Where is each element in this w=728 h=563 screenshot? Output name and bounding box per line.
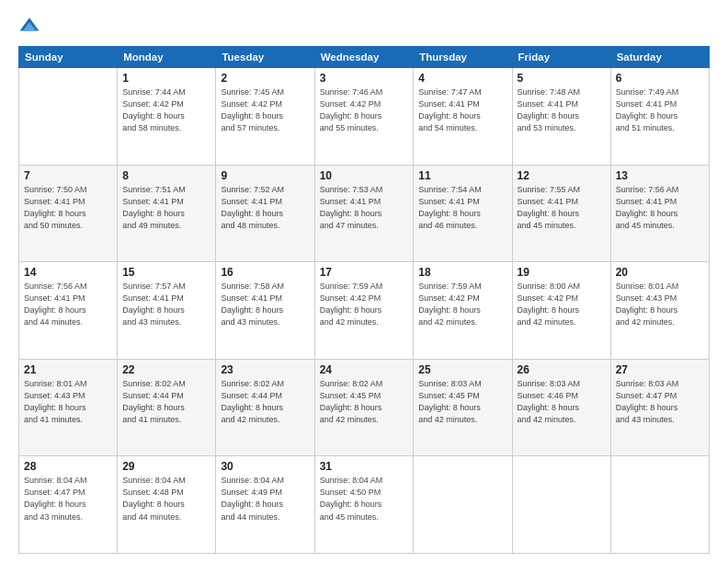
day-number: 14 <box>24 266 112 279</box>
day-cell: 31Sunrise: 8:04 AM Sunset: 4:50 PM Dayli… <box>314 456 414 554</box>
day-cell <box>512 456 610 554</box>
day-info: Sunrise: 7:58 AM Sunset: 4:41 PM Dayligh… <box>221 281 309 328</box>
day-header-wednesday: Wednesday <box>314 47 414 68</box>
day-number: 20 <box>616 266 704 279</box>
day-number: 19 <box>518 266 606 279</box>
week-row-4: 21Sunrise: 8:01 AM Sunset: 4:43 PM Dayli… <box>19 359 710 456</box>
logo <box>18 15 44 37</box>
day-number: 15 <box>122 266 210 279</box>
day-info: Sunrise: 7:44 AM Sunset: 4:42 PM Dayligh… <box>122 86 210 134</box>
day-number: 6 <box>616 72 704 85</box>
day-cell <box>610 456 709 554</box>
day-cell: 23Sunrise: 8:02 AM Sunset: 4:44 PM Dayli… <box>216 359 314 456</box>
day-cell: 28Sunrise: 8:04 AM Sunset: 4:47 PM Dayli… <box>19 456 118 554</box>
day-number: 23 <box>221 363 309 376</box>
day-cell: 26Sunrise: 8:03 AM Sunset: 4:46 PM Dayli… <box>512 359 610 456</box>
day-header-thursday: Thursday <box>414 47 512 68</box>
day-number: 29 <box>122 460 210 473</box>
day-info: Sunrise: 8:03 AM Sunset: 4:46 PM Dayligh… <box>518 378 606 426</box>
day-cell: 21Sunrise: 8:01 AM Sunset: 4:43 PM Dayli… <box>19 359 118 456</box>
day-header-tuesday: Tuesday <box>216 47 314 68</box>
day-info: Sunrise: 7:48 AM Sunset: 4:41 PM Dayligh… <box>518 86 606 134</box>
day-info: Sunrise: 7:59 AM Sunset: 4:42 PM Dayligh… <box>320 281 409 328</box>
day-info: Sunrise: 8:01 AM Sunset: 4:43 PM Dayligh… <box>616 281 704 328</box>
day-cell <box>19 68 118 166</box>
day-info: Sunrise: 8:02 AM Sunset: 4:44 PM Dayligh… <box>221 378 309 426</box>
day-number: 5 <box>518 72 606 85</box>
day-info: Sunrise: 8:04 AM Sunset: 4:47 PM Dayligh… <box>24 475 112 523</box>
day-number: 16 <box>221 266 309 279</box>
day-info: Sunrise: 7:46 AM Sunset: 4:42 PM Dayligh… <box>320 86 409 134</box>
day-number: 22 <box>122 363 210 376</box>
calendar-header: SundayMondayTuesdayWednesdayThursdayFrid… <box>19 47 710 68</box>
day-info: Sunrise: 8:04 AM Sunset: 4:49 PM Dayligh… <box>221 475 309 523</box>
day-cell: 15Sunrise: 7:57 AM Sunset: 4:41 PM Dayli… <box>118 262 216 360</box>
day-info: Sunrise: 8:04 AM Sunset: 4:50 PM Dayligh… <box>320 475 409 523</box>
day-cell: 27Sunrise: 8:03 AM Sunset: 4:47 PM Dayli… <box>610 359 709 456</box>
day-cell: 4Sunrise: 7:47 AM Sunset: 4:41 PM Daylig… <box>414 68 512 166</box>
day-cell: 20Sunrise: 8:01 AM Sunset: 4:43 PM Dayli… <box>610 262 709 360</box>
day-number: 4 <box>418 72 506 85</box>
day-info: Sunrise: 7:56 AM Sunset: 4:41 PM Dayligh… <box>616 184 704 232</box>
day-number: 12 <box>518 169 606 182</box>
day-info: Sunrise: 8:02 AM Sunset: 4:45 PM Dayligh… <box>320 378 409 426</box>
day-cell: 1Sunrise: 7:44 AM Sunset: 4:42 PM Daylig… <box>118 68 216 166</box>
day-cell: 14Sunrise: 7:56 AM Sunset: 4:41 PM Dayli… <box>19 262 118 360</box>
day-cell: 10Sunrise: 7:53 AM Sunset: 4:41 PM Dayli… <box>314 165 414 262</box>
day-header-sunday: Sunday <box>19 47 118 68</box>
day-info: Sunrise: 8:00 AM Sunset: 4:42 PM Dayligh… <box>518 281 606 328</box>
day-number: 27 <box>616 363 704 376</box>
day-cell: 6Sunrise: 7:49 AM Sunset: 4:41 PM Daylig… <box>610 68 709 166</box>
day-number: 26 <box>518 363 606 376</box>
day-cell: 13Sunrise: 7:56 AM Sunset: 4:41 PM Dayli… <box>610 165 709 262</box>
day-number: 18 <box>418 266 506 279</box>
day-info: Sunrise: 7:54 AM Sunset: 4:41 PM Dayligh… <box>418 184 506 232</box>
day-info: Sunrise: 7:59 AM Sunset: 4:42 PM Dayligh… <box>418 281 506 328</box>
day-cell: 24Sunrise: 8:02 AM Sunset: 4:45 PM Dayli… <box>314 359 414 456</box>
day-cell: 29Sunrise: 8:04 AM Sunset: 4:48 PM Dayli… <box>118 456 216 554</box>
day-info: Sunrise: 8:03 AM Sunset: 4:45 PM Dayligh… <box>418 378 506 426</box>
day-number: 30 <box>221 460 309 473</box>
day-cell: 8Sunrise: 7:51 AM Sunset: 4:41 PM Daylig… <box>118 165 216 262</box>
day-info: Sunrise: 7:47 AM Sunset: 4:41 PM Dayligh… <box>418 86 506 134</box>
calendar: SundayMondayTuesdayWednesdayThursdayFrid… <box>18 46 710 554</box>
day-cell: 7Sunrise: 7:50 AM Sunset: 4:41 PM Daylig… <box>19 165 118 262</box>
logo-icon <box>18 15 40 37</box>
day-header-saturday: Saturday <box>610 47 709 68</box>
day-number: 8 <box>122 169 210 182</box>
day-number: 28 <box>24 460 112 473</box>
day-info: Sunrise: 7:50 AM Sunset: 4:41 PM Dayligh… <box>24 184 112 232</box>
day-number: 3 <box>320 72 409 85</box>
header-row: SundayMondayTuesdayWednesdayThursdayFrid… <box>19 47 710 68</box>
day-number: 7 <box>24 169 112 182</box>
day-info: Sunrise: 7:45 AM Sunset: 4:42 PM Dayligh… <box>221 86 309 134</box>
week-row-5: 28Sunrise: 8:04 AM Sunset: 4:47 PM Dayli… <box>19 456 710 554</box>
day-header-friday: Friday <box>512 47 610 68</box>
day-info: Sunrise: 7:55 AM Sunset: 4:41 PM Dayligh… <box>518 184 606 232</box>
week-row-1: 1Sunrise: 7:44 AM Sunset: 4:42 PM Daylig… <box>19 68 710 166</box>
day-info: Sunrise: 7:52 AM Sunset: 4:41 PM Dayligh… <box>221 184 309 232</box>
day-cell: 30Sunrise: 8:04 AM Sunset: 4:49 PM Dayli… <box>216 456 314 554</box>
day-number: 10 <box>320 169 409 182</box>
day-cell: 9Sunrise: 7:52 AM Sunset: 4:41 PM Daylig… <box>216 165 314 262</box>
day-header-monday: Monday <box>118 47 216 68</box>
week-row-3: 14Sunrise: 7:56 AM Sunset: 4:41 PM Dayli… <box>19 262 710 360</box>
day-info: Sunrise: 7:56 AM Sunset: 4:41 PM Dayligh… <box>24 281 112 328</box>
day-cell: 25Sunrise: 8:03 AM Sunset: 4:45 PM Dayli… <box>414 359 512 456</box>
day-cell: 11Sunrise: 7:54 AM Sunset: 4:41 PM Dayli… <box>414 165 512 262</box>
header <box>18 15 710 37</box>
day-info: Sunrise: 7:57 AM Sunset: 4:41 PM Dayligh… <box>122 281 210 328</box>
day-number: 25 <box>418 363 506 376</box>
day-number: 31 <box>320 460 409 473</box>
day-cell: 22Sunrise: 8:02 AM Sunset: 4:44 PM Dayli… <box>118 359 216 456</box>
calendar-body: 1Sunrise: 7:44 AM Sunset: 4:42 PM Daylig… <box>19 68 710 554</box>
day-info: Sunrise: 8:01 AM Sunset: 4:43 PM Dayligh… <box>24 378 112 426</box>
day-number: 9 <box>221 169 309 182</box>
day-number: 2 <box>221 72 309 85</box>
day-info: Sunrise: 7:49 AM Sunset: 4:41 PM Dayligh… <box>616 86 704 134</box>
day-cell <box>414 456 512 554</box>
day-cell: 18Sunrise: 7:59 AM Sunset: 4:42 PM Dayli… <box>414 262 512 360</box>
day-number: 11 <box>418 169 506 182</box>
day-cell: 3Sunrise: 7:46 AM Sunset: 4:42 PM Daylig… <box>314 68 414 166</box>
day-info: Sunrise: 7:53 AM Sunset: 4:41 PM Dayligh… <box>320 184 409 232</box>
